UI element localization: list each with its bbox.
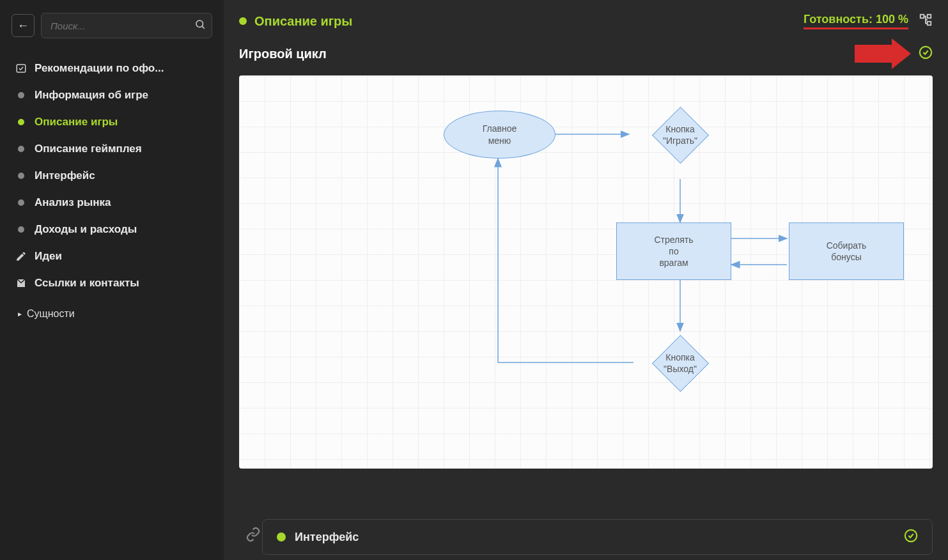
- sidebar-sub-section[interactable]: ▸ Сущности: [6, 302, 217, 325]
- search-icon: [194, 19, 206, 33]
- dot-icon: [15, 116, 27, 128]
- svg-rect-5: [928, 22, 931, 26]
- header-left: Описание игры: [239, 14, 352, 29]
- next-section-title: Интерфейс: [295, 531, 359, 544]
- next-section-strip[interactable]: Интерфейс: [262, 519, 933, 555]
- pencil-icon: [15, 251, 27, 262]
- annotation-arrow-icon: [855, 41, 912, 66]
- flowchart-edge: [498, 159, 633, 362]
- check-circle-icon: [904, 529, 918, 545]
- page-header: Описание игры Готовность: 100 %: [239, 13, 933, 29]
- link-icon[interactable]: [239, 520, 267, 551]
- sidebar-item-3[interactable]: Описание геймплея: [6, 136, 217, 162]
- dot-icon: [15, 143, 27, 155]
- check-circle-icon[interactable]: [919, 45, 933, 62]
- mail-icon: [15, 277, 27, 289]
- chevron-right-icon: ▸: [18, 309, 22, 318]
- sidebar-item-label: Анализ рынка: [35, 196, 111, 209]
- flowchart-node-collect[interactable]: Собиратьбонусы: [789, 222, 904, 280]
- sidebar-item-label: Ссылки и контакты: [35, 277, 139, 290]
- flowchart-node-main_menu[interactable]: Главноеменю: [444, 111, 556, 159]
- flowchart-diagram[interactable]: ГлавноеменюКнопка"Играть"Стрелятьповрага…: [239, 75, 933, 469]
- search-input[interactable]: [41, 13, 212, 38]
- sidebar-item-label: Идеи: [35, 250, 62, 263]
- flowchart-node-exit_btn[interactable]: Кнопка"Выход": [642, 334, 719, 392]
- svg-rect-2: [17, 65, 26, 72]
- flowchart-node-play_btn[interactable]: Кнопка"Играть": [642, 106, 719, 164]
- arrow-left-icon: ←: [17, 19, 29, 33]
- sidebar-item-7[interactable]: Идеи: [6, 243, 217, 270]
- header-right: Готовность: 100 %: [804, 13, 933, 29]
- sidebar: ← Рекомендации по офо...Информация об иг…: [0, 0, 224, 560]
- sidebar-item-6[interactable]: Доходы и расходы: [6, 216, 217, 243]
- section-header: Игровой цикл: [239, 41, 933, 66]
- sidebar-item-5[interactable]: Анализ рынка: [6, 189, 217, 216]
- sub-section-label: Сущности: [27, 308, 75, 320]
- sidebar-item-label: Доходы и расходы: [35, 223, 137, 236]
- svg-line-1: [202, 26, 204, 28]
- sidebar-item-0[interactable]: Рекомендации по офо...: [6, 55, 217, 82]
- back-button[interactable]: ←: [12, 14, 35, 37]
- check-icon: [15, 63, 27, 74]
- section-actions: [855, 41, 933, 66]
- main-content: Описание игры Готовность: 100 % Игровой …: [224, 0, 948, 560]
- svg-rect-4: [928, 15, 931, 19]
- sidebar-item-label: Рекомендации по офо...: [35, 62, 164, 75]
- sidebar-item-1[interactable]: Информация об игре: [6, 82, 217, 109]
- sidebar-item-8[interactable]: Ссылки и контакты: [6, 270, 217, 297]
- status-dot-icon: [277, 533, 286, 541]
- svg-rect-3: [921, 15, 924, 19]
- footer-wrap: Интерфейс: [239, 511, 933, 560]
- sidebar-item-label: Описание геймплея: [35, 143, 142, 155]
- svg-point-0: [196, 20, 203, 27]
- sidebar-top: ←: [6, 13, 217, 38]
- flowchart-node-shoot[interactable]: Стрелятьповрагам: [616, 222, 731, 280]
- sidebar-nav: Рекомендации по офо...Информация об игре…: [6, 55, 217, 297]
- section-title: Игровой цикл: [239, 47, 327, 61]
- diagram-container: ГлавноеменюКнопка"Играть"Стрелятьповрага…: [239, 75, 933, 511]
- status-dot-icon: [239, 17, 247, 25]
- sidebar-item-label: Интерфейс: [35, 169, 95, 182]
- sidebar-item-2[interactable]: Описание игры: [6, 109, 217, 136]
- tree-view-icon[interactable]: [919, 13, 933, 29]
- dot-icon: [15, 89, 27, 101]
- sidebar-item-label: Информация об игре: [35, 89, 148, 102]
- search-wrap: [41, 13, 212, 38]
- dot-icon: [15, 224, 27, 235]
- dot-icon: [15, 170, 27, 182]
- page-title: Описание игры: [254, 14, 352, 29]
- sidebar-item-4[interactable]: Интерфейс: [6, 162, 217, 189]
- footer-left: Интерфейс: [277, 531, 359, 544]
- readiness-label: Готовность: 100 %: [804, 13, 908, 29]
- sidebar-item-label: Описание игры: [35, 116, 118, 128]
- dot-icon: [15, 197, 27, 208]
